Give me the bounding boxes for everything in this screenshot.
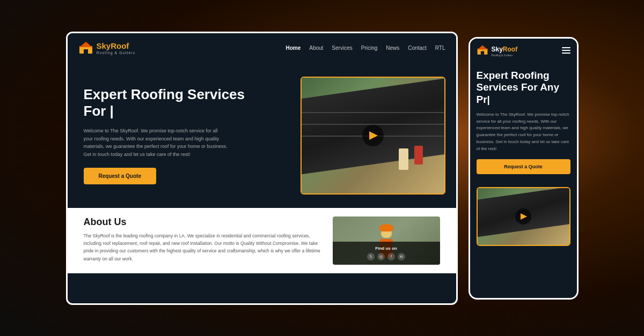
nav-home[interactable]: Home [286,45,301,51]
twitter-icon[interactable]: 𝕏 [367,253,375,260]
svg-rect-2 [84,49,88,54]
nav-rtl[interactable]: RTL [435,45,445,51]
desktop-preview: SkyRoof Roofing & Gutters Home About Ser… [66,32,458,305]
hamburger-menu[interactable] [562,47,570,54]
hero-description: Welcome to The SkyRoof. We promise top-n… [84,127,229,158]
hero-section: Expert Roofing Services For | Welcome to… [68,63,456,208]
mobile-logo-icon [477,44,488,56]
logo[interactable]: SkyRoof Roofing & Gutters [78,41,136,56]
mobile-request-quote-button[interactable]: Request a Quote [477,159,570,174]
mobile-hero-description: Welcome to The SkyRoof. We promise top-n… [477,111,570,153]
svg-rect-5 [480,51,484,54]
find-us-label: Find us on [337,246,436,251]
nav-news[interactable]: News [386,45,399,51]
logo-tagline: Roofing & Gutters [97,51,136,55]
worker-helmet [379,224,393,232]
about-section: About Us The SkyRoof is the leading roof… [68,208,456,273]
nav-pricing[interactable]: Pricing [361,45,378,51]
hero-content: Expert Roofing Services For | Welcome to… [84,86,290,184]
worker-head [381,227,392,238]
roof-line-1 [302,112,444,113]
svg-marker-1 [79,42,92,47]
facebook-icon[interactable]: f [387,253,395,260]
mobile-play-button[interactable] [515,208,531,225]
mobile-hero-title: Expert Roofing Services For Any Pr| [477,70,570,106]
about-content: About Us The SkyRoof is the leading roof… [84,216,322,265]
social-icons: 𝕏 ◎ f in [337,253,436,260]
logo-icon [78,41,93,56]
nav-links: Home About Services Pricing News Contact… [286,45,445,51]
logo-text: SkyRoof [97,41,129,50]
svg-marker-4 [477,45,487,49]
nav-services[interactable]: Services [332,45,352,51]
mobile-logo-text: SkyRoof [492,46,518,53]
hero-image [301,77,445,195]
play-icon [369,131,378,140]
mobile-hero-section: Expert Roofing Services For Any Pr| Welc… [470,62,577,182]
about-image: Find us on 𝕏 ◎ f in [333,216,440,265]
request-quote-button[interactable]: Request a Quote [84,168,156,184]
play-button[interactable] [362,125,384,146]
mobile-preview: SkyRoof Roofing & Gutters Expert Roofing… [469,37,579,300]
hamburger-line-2 [562,50,570,51]
worker-figure-2 [414,146,423,165]
mobile-play-icon [521,213,527,220]
about-description: The SkyRoof is the leading roofing compa… [84,232,322,263]
hamburger-line-1 [562,47,570,48]
mobile-video [477,187,570,246]
find-us-overlay: Find us on 𝕏 ◎ f in [333,242,440,265]
hamburger-line-3 [562,53,570,54]
worker-figure-1 [399,148,408,170]
hero-title: Expert Roofing Services For | [84,86,290,120]
nav-about[interactable]: About [309,45,323,51]
mobile-logo[interactable]: SkyRoof Roofing & Gutters [477,44,518,57]
linkedin-icon[interactable]: in [398,253,405,260]
mobile-logo-tagline: Roofing & Gutters [492,54,518,57]
nav-contact[interactable]: Contact [408,45,426,51]
instagram-icon[interactable]: ◎ [377,253,385,260]
mobile-nav: SkyRoof Roofing & Gutters [470,39,577,62]
desktop-nav: SkyRoof Roofing & Gutters Home About Ser… [68,33,456,63]
about-title: About Us [84,216,322,228]
